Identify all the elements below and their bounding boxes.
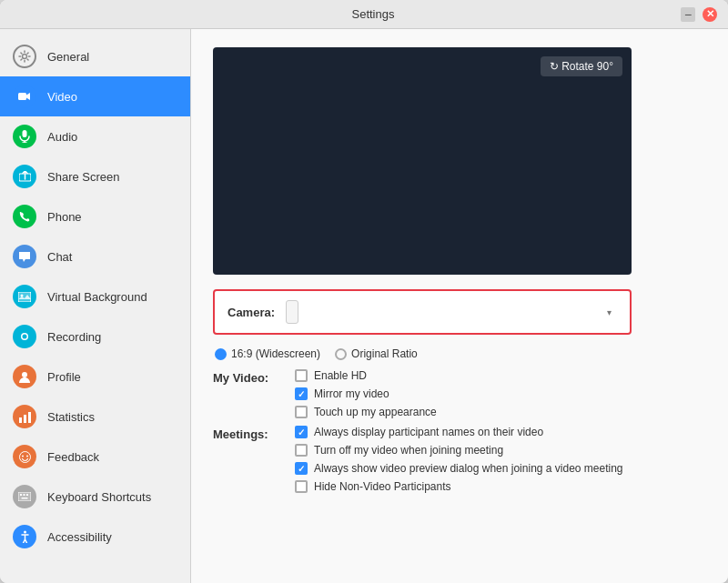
turn-off-video-row[interactable]: Turn off my video when joining meeting [295, 444, 623, 457]
touch-up-checkbox[interactable] [295, 406, 308, 418]
phone-icon [13, 205, 36, 228]
audio-icon [13, 125, 36, 148]
sidebar-label-chat: Chat [47, 250, 72, 264]
feedback-icon [13, 445, 36, 468]
mirror-video-checkbox[interactable] [295, 387, 308, 400]
sidebar-item-video[interactable]: Video [0, 76, 190, 116]
sidebar-label-video: Video [47, 90, 77, 104]
hide-non-video-row[interactable]: Hide Non-Video Participants [295, 480, 623, 493]
sidebar-label-statistics: Statistics [47, 410, 95, 424]
sidebar-item-phone[interactable]: Phone [0, 196, 190, 236]
meetings-options: Always display participant names on thei… [295, 426, 623, 493]
virtual-background-icon [13, 285, 36, 308]
svg-rect-1 [18, 93, 26, 100]
svg-rect-19 [18, 492, 31, 501]
sidebar-item-accessibility[interactable]: Accessibility [0, 517, 190, 557]
sidebar-item-statistics[interactable]: Statistics [0, 397, 190, 437]
main-content: ↻ Rotate 90° Camera: ▾ 16:9 (Widescreen) [191, 29, 728, 583]
display-names-checkbox[interactable] [295, 426, 308, 438]
sidebar-item-profile[interactable]: Profile [0, 357, 190, 397]
svg-point-17 [22, 455, 24, 457]
touch-up-label: Touch up my appearance [314, 406, 437, 418]
svg-point-0 [23, 55, 27, 59]
display-names-label: Always display participant names on thei… [314, 426, 543, 438]
show-preview-checkbox[interactable] [295, 462, 308, 475]
svg-point-18 [26, 455, 28, 457]
settings-window: Settings − ✕ General [0, 0, 728, 583]
svg-rect-2 [23, 130, 27, 137]
svg-point-11 [23, 335, 27, 339]
sidebar-label-virtual-background: Virtual Background [47, 290, 147, 304]
enable-hd-label: Enable HD [314, 369, 367, 382]
sidebar-label-profile: Profile [47, 370, 81, 384]
mirror-video-row[interactable]: Mirror my video [295, 387, 437, 400]
title-bar-controls: − ✕ [681, 7, 717, 22]
svg-rect-22 [26, 494, 28, 496]
sidebar-item-virtual-background[interactable]: Virtual Background [0, 276, 190, 317]
camera-select-wrapper: ▾ [286, 300, 617, 324]
sidebar-label-recording: Recording [47, 330, 101, 344]
chat-icon [13, 245, 36, 268]
touch-up-row[interactable]: Touch up my appearance [295, 406, 437, 418]
svg-rect-14 [24, 415, 26, 423]
meetings-label: Meetings: [213, 426, 295, 441]
ratio-radio-original[interactable] [335, 348, 347, 360]
sidebar-item-keyboard-shortcuts[interactable]: Keyboard Shortcuts [0, 477, 190, 517]
sidebar-item-chat[interactable]: Chat [0, 236, 190, 276]
sidebar-label-share-screen: Share Screen [47, 170, 120, 184]
ratio-option-169[interactable]: 16:9 (Widescreen) [215, 347, 320, 360]
svg-point-12 [22, 372, 27, 377]
window-title: Settings [66, 7, 681, 21]
meetings-section: Meetings: Always display participant nam… [213, 426, 706, 493]
camera-select[interactable] [286, 300, 298, 324]
sidebar-label-keyboard-shortcuts: Keyboard Shortcuts [47, 490, 151, 504]
ratio-label-169: 16:9 (Widescreen) [231, 347, 320, 360]
close-button[interactable]: ✕ [703, 7, 717, 22]
svg-rect-23 [22, 498, 28, 499]
ratio-radio-169[interactable] [215, 348, 227, 360]
hide-non-video-label: Hide Non-Video Participants [314, 480, 451, 493]
camera-label: Camera: [228, 306, 275, 319]
profile-icon [13, 365, 36, 388]
share-screen-icon [13, 165, 36, 188]
display-names-row[interactable]: Always display participant names on thei… [295, 426, 623, 438]
statistics-icon [13, 405, 36, 428]
title-bar: Settings − ✕ [0, 0, 728, 29]
sidebar-item-recording[interactable]: Recording [0, 317, 190, 357]
svg-rect-15 [28, 412, 31, 423]
svg-point-24 [24, 531, 26, 534]
enable-hd-checkbox[interactable] [295, 369, 308, 382]
rotate-button[interactable]: ↻ Rotate 90° [541, 56, 622, 76]
enable-hd-row[interactable]: Enable HD [295, 369, 437, 382]
ratio-row: 16:9 (Widescreen) Original Ratio [215, 347, 706, 360]
turn-off-video-checkbox[interactable] [295, 444, 308, 457]
sidebar-label-feedback: Feedback [47, 450, 99, 464]
turn-off-video-label: Turn off my video when joining meeting [314, 444, 503, 457]
camera-preview: ↻ Rotate 90° [213, 47, 632, 275]
sidebar-label-accessibility: Accessibility [47, 530, 112, 544]
show-preview-label: Always show video preview dialog when jo… [314, 462, 623, 475]
hide-non-video-checkbox[interactable] [295, 480, 308, 493]
svg-rect-21 [24, 494, 25, 496]
sidebar-item-feedback[interactable]: Feedback [0, 437, 190, 477]
mirror-video-label: Mirror my video [314, 387, 389, 400]
sidebar-item-audio[interactable]: Audio [0, 116, 190, 156]
sidebar-item-general[interactable]: General [0, 36, 190, 76]
general-icon [13, 45, 36, 68]
ratio-option-original[interactable]: Original Ratio [335, 347, 418, 360]
content-area: General Video [0, 29, 728, 583]
minimize-button[interactable]: − [681, 7, 695, 22]
my-video-options: Enable HD Mirror my video Touch up my ap… [295, 369, 437, 418]
show-preview-row[interactable]: Always show video preview dialog when jo… [295, 462, 623, 475]
sidebar-item-share-screen[interactable]: Share Screen [0, 156, 190, 196]
sidebar-label-audio: Audio [47, 130, 77, 144]
accessibility-icon [13, 525, 36, 548]
ratio-label-original: Original Ratio [351, 347, 418, 360]
svg-rect-20 [20, 494, 22, 496]
svg-rect-13 [19, 417, 22, 423]
camera-section: Camera: ▾ [213, 289, 632, 335]
keyboard-icon [13, 485, 36, 508]
sidebar-label-general: General [47, 50, 89, 64]
sidebar: General Video [0, 29, 191, 583]
my-video-section: My Video: Enable HD Mirror my video Touc… [213, 369, 706, 418]
